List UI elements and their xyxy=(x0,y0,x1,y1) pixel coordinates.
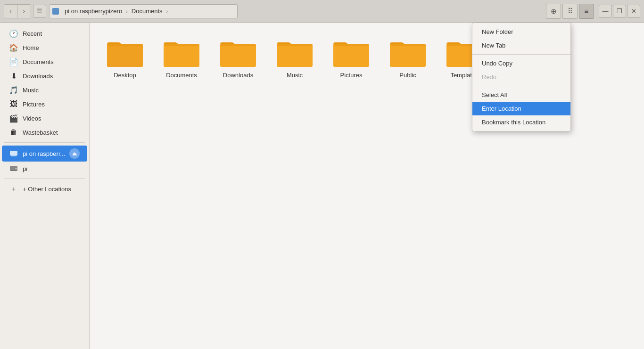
sidebar-item-videos[interactable]: 🎬 Videos xyxy=(2,111,87,125)
cm-separator-1 xyxy=(472,54,570,55)
downloads-icon: ⬇ xyxy=(9,72,18,80)
sidebar-item-other-locations[interactable]: + + Other Locations xyxy=(2,182,87,196)
svg-rect-0 xyxy=(10,151,17,155)
folder-public-icon xyxy=(389,38,427,68)
sidebar-label-recent: Recent xyxy=(23,30,42,37)
window-controls: — ❐ ✕ xyxy=(598,5,640,18)
svg-rect-7 xyxy=(107,44,143,46)
folder-pictures-icon xyxy=(332,38,370,68)
folder-downloads[interactable]: Downloads xyxy=(212,32,264,82)
sidebar-item-downloads[interactable]: ⬇ Downloads xyxy=(2,69,87,83)
path-segment-documents[interactable]: Documents xyxy=(129,7,165,16)
svg-rect-15 xyxy=(333,44,369,46)
drive-icon xyxy=(9,164,18,173)
svg-rect-8 xyxy=(164,44,199,67)
sidebar-label-pictures: Pictures xyxy=(23,101,45,108)
minimize-button[interactable]: — xyxy=(599,5,612,18)
sidebar-divider-1 xyxy=(4,142,85,143)
documents-icon: 📄 xyxy=(9,57,18,66)
other-locations-icon: + xyxy=(9,185,18,193)
sidebar-divider-2 xyxy=(4,179,85,179)
nav-button-group: ‹ › xyxy=(4,4,31,18)
cm-select-all[interactable]: Select All xyxy=(472,88,570,102)
cm-undo-copy[interactable]: Undo Copy xyxy=(472,57,570,70)
folder-downloads-label: Downloads xyxy=(223,72,253,79)
grid-view-button[interactable]: ⠿ xyxy=(562,4,578,19)
sidebar-item-wastebasket[interactable]: 🗑 Wastebasket xyxy=(2,125,87,139)
sidebar-label-wastebasket: Wastebasket xyxy=(23,129,58,136)
sidebar-label-pi-remote: pi on raspberr... xyxy=(23,150,65,157)
folder-music-label: Music xyxy=(287,72,303,79)
nav-up-button[interactable]: ☰ xyxy=(33,5,46,18)
file-area[interactable]: Desktop Documents xyxy=(90,23,644,349)
sidebar-item-documents[interactable]: 📄 Documents xyxy=(2,55,87,69)
folder-music-icon xyxy=(276,38,314,68)
sidebar-item-pictures[interactable]: 🖼 Pictures xyxy=(2,97,87,111)
sidebar-item-pi-remote[interactable]: pi on raspberr... ⏏ xyxy=(2,146,87,162)
svg-rect-3 xyxy=(11,170,17,170)
cm-separator-2 xyxy=(472,86,570,86)
svg-rect-13 xyxy=(277,44,313,46)
svg-rect-17 xyxy=(390,44,426,46)
path-segment-remote[interactable]: pi on raspberrypizero xyxy=(62,7,125,16)
menu-button[interactable]: ≡ xyxy=(579,4,594,19)
sidebar-label-videos: Videos xyxy=(23,115,41,122)
folder-desktop-icon xyxy=(106,38,144,68)
sidebar-item-recent[interactable]: 🕐 Recent xyxy=(2,26,87,41)
folder-documents[interactable]: Documents xyxy=(156,32,207,82)
svg-rect-6 xyxy=(107,44,143,67)
main-area: 🕐 Recent 🏠 Home 📄 Documents ⬇ Downloads … xyxy=(0,23,644,349)
folder-documents-label: Documents xyxy=(166,72,197,79)
restore-button[interactable]: ❐ xyxy=(613,5,626,18)
sidebar-label-other-locations: + Other Locations xyxy=(23,186,71,193)
recent-icon: 🕐 xyxy=(9,29,18,38)
path-end-arrow: › xyxy=(166,8,168,14)
eject-button[interactable]: ⏏ xyxy=(69,148,80,159)
sidebar-label-pi: pi xyxy=(23,165,27,172)
sidebar-item-pi[interactable]: pi xyxy=(2,162,87,176)
sidebar-label-music: Music xyxy=(23,87,39,94)
folder-public[interactable]: Public xyxy=(382,32,434,82)
svg-rect-10 xyxy=(220,44,256,67)
cm-redo: Redo xyxy=(472,70,570,84)
sidebar: 🕐 Recent 🏠 Home 📄 Documents ⬇ Downloads … xyxy=(0,23,90,349)
folder-documents-icon xyxy=(163,38,200,68)
nav-forward-button[interactable]: › xyxy=(17,5,31,18)
titlebar: ‹ › ☰ pi on raspberrypizero › Documents … xyxy=(0,0,644,23)
cm-enter-location[interactable]: Enter Location xyxy=(472,102,570,115)
sidebar-label-documents: Documents xyxy=(23,58,54,65)
folder-public-label: Public xyxy=(399,72,416,79)
folder-pictures[interactable]: Pictures xyxy=(325,32,377,82)
folder-downloads-icon xyxy=(219,38,257,68)
pictures-icon: 🖼 xyxy=(9,100,18,108)
folder-pictures-label: Pictures xyxy=(340,72,363,79)
cm-new-folder[interactable]: New Folder xyxy=(472,25,570,39)
sidebar-item-music[interactable]: 🎵 Music xyxy=(2,83,87,97)
svg-rect-11 xyxy=(220,44,256,46)
sidebar-item-home[interactable]: 🏠 Home xyxy=(2,41,87,55)
cm-new-tab[interactable]: New Tab xyxy=(472,39,570,52)
path-separator: › xyxy=(126,8,128,14)
svg-rect-9 xyxy=(164,44,199,46)
sidebar-label-downloads: Downloads xyxy=(23,73,53,80)
wastebasket-icon: 🗑 xyxy=(9,128,18,137)
music-icon: 🎵 xyxy=(9,86,18,94)
svg-rect-1 xyxy=(11,155,17,156)
nav-back-button[interactable]: ‹ xyxy=(4,5,17,18)
svg-rect-14 xyxy=(333,44,369,67)
close-button[interactable]: ✕ xyxy=(627,5,640,18)
folder-music[interactable]: Music xyxy=(269,32,321,82)
zoom-button[interactable]: ⊕ xyxy=(546,4,561,19)
folder-desktop[interactable]: Desktop xyxy=(99,32,151,82)
sidebar-label-home: Home xyxy=(23,44,39,51)
context-menu: New Folder New Tab Undo Copy Redo Select… xyxy=(472,23,571,131)
videos-icon: 🎬 xyxy=(9,114,18,122)
cm-bookmark-location[interactable]: Bookmark this Location xyxy=(472,115,570,129)
svg-rect-12 xyxy=(277,44,313,67)
svg-rect-16 xyxy=(390,44,426,67)
path-icon xyxy=(52,8,59,15)
svg-point-4 xyxy=(16,168,17,170)
network-drive-icon xyxy=(9,149,18,158)
home-icon: 🏠 xyxy=(9,43,18,52)
folder-desktop-label: Desktop xyxy=(114,72,136,79)
